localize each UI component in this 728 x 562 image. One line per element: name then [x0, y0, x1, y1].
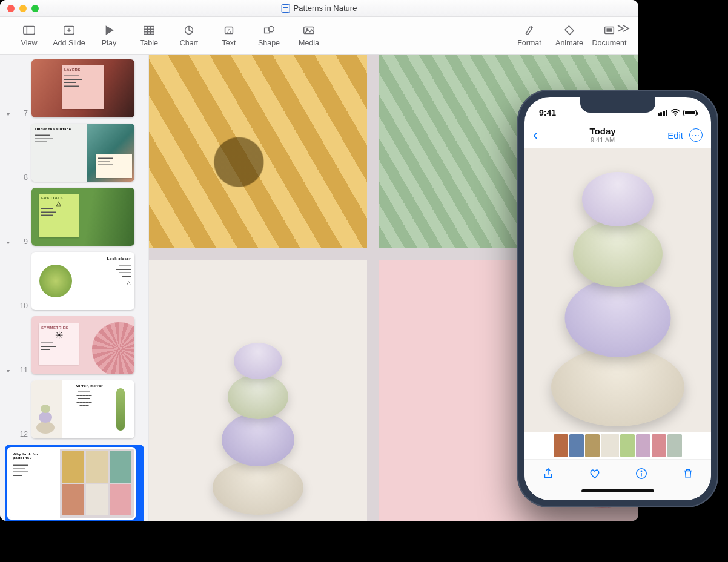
minimize-window-button[interactable]	[19, 5, 27, 12]
thumb-title: Under the surface	[35, 127, 83, 131]
svg-text:A: A	[227, 27, 231, 33]
slide-number: 7	[15, 109, 28, 117]
text-button[interactable]: A Text	[211, 18, 247, 54]
svg-marker-5	[106, 26, 113, 34]
titlebar: Patterns in Nature	[0, 0, 638, 17]
svg-point-24	[641, 471, 641, 471]
thumb-title: Look closer	[83, 257, 131, 260]
strip-thumb[interactable]	[601, 434, 619, 457]
format-button[interactable]: Format	[511, 18, 548, 54]
window-title: Patterns in Nature	[294, 4, 357, 13]
view-label: View	[21, 39, 38, 47]
canvas-image-urchins[interactable]	[149, 260, 367, 521]
favorite-button[interactable]	[588, 467, 601, 483]
disclosure-icon[interactable]: ▾	[5, 111, 11, 117]
thumb-title: LAYERS	[64, 68, 102, 71]
iphone-device: 9:41 ‹ Today 9:41 AM Edit ⋯	[517, 90, 718, 507]
photos-subtitle: 9:41 AM	[590, 136, 616, 144]
strip-thumb[interactable]	[636, 434, 650, 457]
window-controls	[7, 5, 39, 12]
view-button[interactable]: View	[11, 18, 47, 54]
svg-point-21	[675, 115, 676, 116]
media-label: Media	[299, 39, 319, 47]
document-icon	[282, 4, 290, 13]
animate-label: Animate	[555, 39, 583, 47]
svg-rect-20	[606, 28, 612, 32]
thumb-title: Why look for patterns?	[13, 452, 56, 460]
svg-rect-6	[144, 26, 154, 34]
table-label: Table	[140, 39, 158, 47]
photos-title: Today	[590, 127, 616, 137]
chart-button[interactable]: Chart	[171, 18, 207, 54]
format-label: Format	[517, 39, 541, 47]
strip-thumb[interactable]	[569, 434, 584, 457]
toolbar: View Add Slide Play Table Chart A Text S…	[0, 17, 638, 55]
battery-icon	[683, 110, 697, 116]
strip-thumb[interactable]	[554, 434, 568, 457]
status-time: 9:41	[539, 108, 556, 117]
share-button[interactable]	[541, 467, 555, 483]
disclosure-icon[interactable]: ▾	[5, 368, 11, 374]
media-button[interactable]: Media	[291, 18, 327, 54]
slide-thumb-10[interactable]: 10 Look closer ▬▬▬▬▬▬▬▬▬▬▬▬▬▬▬▬ △	[5, 252, 145, 310]
slide-thumb-9[interactable]: ▾ 9 FRACTALS △ ▬▬▬▬▬▬▬▬▬▬▬▬▬	[5, 188, 145, 246]
shape-label: Shape	[258, 39, 280, 47]
cellular-icon	[658, 110, 668, 116]
play-label: Play	[102, 39, 116, 47]
slide-thumb-13-selected[interactable]: Why look for patterns? ▬▬▬▬▬▬▬▬▬▬▬▬▬▬▬▬▬…	[5, 445, 145, 521]
slide-number: 11	[15, 366, 28, 374]
disclosure-icon[interactable]: ▾	[5, 239, 11, 246]
svg-rect-18	[565, 25, 574, 34]
photo-viewer[interactable]	[524, 148, 711, 432]
add-slide-label: Add Slide	[53, 39, 85, 47]
table-button[interactable]: Table	[131, 18, 167, 54]
strip-thumb[interactable]	[652, 434, 666, 457]
slide-number: 9	[15, 237, 28, 246]
photos-nav-bar: ‹ Today 9:41 AM Edit ⋯	[524, 122, 711, 148]
home-indicator[interactable]	[524, 489, 711, 500]
photo-thumbnail-strip[interactable]	[524, 432, 711, 459]
slide-thumb-12[interactable]: 12 Mirror, mirror ▬▬▬▬▬▬▬▬▬▬▬▬▬▬▬▬▬▬▬▬▬	[5, 380, 145, 438]
close-window-button[interactable]	[7, 5, 15, 12]
animate-button[interactable]: Animate	[551, 18, 587, 54]
chart-label: Chart	[180, 39, 199, 47]
shape-button[interactable]: Shape	[251, 18, 287, 54]
back-button[interactable]: ‹	[533, 127, 538, 144]
zoom-window-button[interactable]	[31, 5, 39, 12]
text-label: Text	[222, 39, 236, 47]
photos-toolbar	[524, 459, 711, 489]
slide-number: 12	[15, 430, 28, 438]
edit-button[interactable]: Edit	[667, 130, 683, 140]
svg-rect-0	[24, 26, 35, 34]
slide-number: 13	[7, 520, 142, 521]
thumb-title: Mirror, mirror	[65, 384, 103, 388]
slide-thumb-8[interactable]: 8 Under the surface ▬▬▬▬▬▬▬▬▬▬▬▬▬▬▬ ▬▬▬▬…	[5, 124, 145, 182]
document-label: Document	[592, 39, 627, 47]
slide-number: 8	[15, 173, 28, 182]
strip-thumb[interactable]	[585, 434, 600, 457]
iphone-screen: 9:41 ‹ Today 9:41 AM Edit ⋯	[524, 97, 711, 500]
slide-thumb-7[interactable]: ▾ 7 LAYERS ▬▬▬▬▬▬▬▬▬▬▬▬▬▬▬▬▬▬▬▬	[5, 59, 145, 117]
canvas-image-honeycomb[interactable]	[149, 55, 367, 248]
toolbar-overflow-icon[interactable]	[617, 24, 630, 33]
play-button[interactable]: Play	[91, 18, 127, 54]
wifi-icon	[670, 109, 680, 116]
slide-number: 10	[15, 302, 28, 310]
more-button[interactable]: ⋯	[689, 128, 703, 142]
slide-thumb-11[interactable]: ▾ 11 SYMMETRIES ✳ ▬▬▬▬▬▬▬▬▬▬▬▬	[5, 316, 145, 374]
strip-thumb[interactable]	[620, 434, 635, 457]
strip-thumb[interactable]	[667, 434, 682, 457]
add-slide-button[interactable]: Add Slide	[51, 18, 87, 54]
document-button[interactable]: Document	[591, 18, 627, 54]
notch	[580, 97, 655, 113]
slide-navigator[interactable]: ▾ 7 LAYERS ▬▬▬▬▬▬▬▬▬▬▬▬▬▬▬▬▬▬▬▬ 8 Under …	[0, 55, 149, 521]
info-button[interactable]	[635, 467, 648, 483]
delete-button[interactable]	[681, 467, 695, 483]
